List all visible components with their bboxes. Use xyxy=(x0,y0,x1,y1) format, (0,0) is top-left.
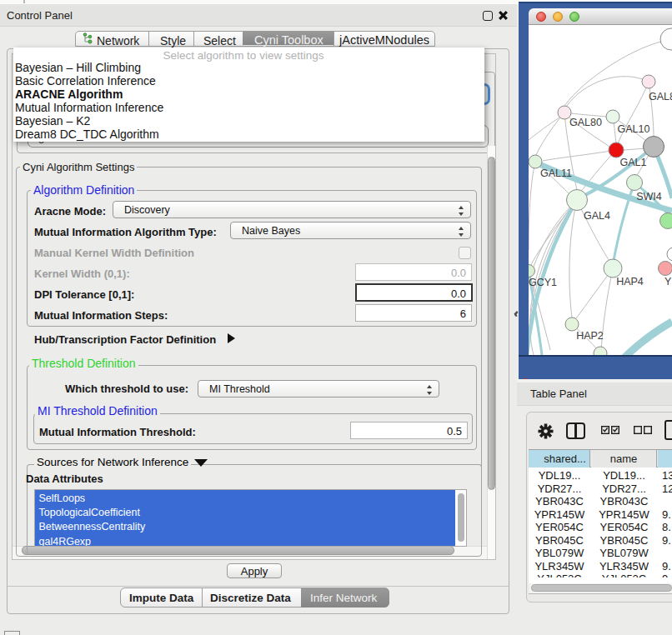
svg-text:SWI4: SWI4 xyxy=(636,191,662,202)
svg-text:GCY1: GCY1 xyxy=(529,277,557,288)
svg-text:GAL10: GAL10 xyxy=(618,123,650,135)
svg-text:GAL4: GAL4 xyxy=(584,210,610,222)
svg-text:GAL1: GAL1 xyxy=(620,157,647,168)
svg-text:HAP4: HAP4 xyxy=(616,276,644,288)
svg-text:GAL11: GAL11 xyxy=(540,168,572,179)
svg-text:GAL80: GAL80 xyxy=(569,117,602,128)
svg-text:HAP2: HAP2 xyxy=(576,330,604,342)
svg-text:GAL8: GAL8 xyxy=(649,91,672,102)
svg-text:Y: Y xyxy=(664,276,672,288)
